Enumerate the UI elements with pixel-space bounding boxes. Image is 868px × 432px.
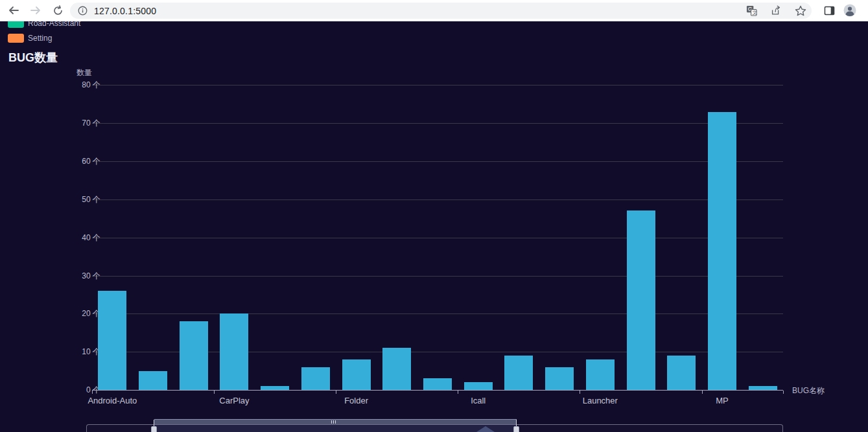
- legend-item-road-assistant[interactable]: Road-Assistant: [8, 21, 80, 28]
- x-axis-category-label: Android-Auto: [70, 396, 154, 405]
- x-axis-tick: [702, 391, 703, 394]
- datazoom-window[interactable]: [154, 424, 517, 432]
- bar[interactable]: [464, 382, 493, 390]
- bar[interactable]: [586, 359, 615, 390]
- bar[interactable]: [301, 367, 330, 390]
- bar[interactable]: [220, 313, 248, 390]
- bar[interactable]: [98, 291, 126, 390]
- browser-toolbar: 127.0.0.1:5000 G 文: [0, 0, 868, 21]
- legend-label: Road-Assistant: [28, 21, 80, 28]
- y-gridline: [92, 161, 783, 162]
- y-axis-tick-label: 80 个: [39, 80, 100, 91]
- x-axis-line: [92, 390, 783, 391]
- y-axis-tick-label: 40 个: [39, 233, 100, 244]
- bar[interactable]: [382, 348, 411, 390]
- x-axis-tick: [580, 391, 580, 394]
- reload-icon[interactable]: [51, 3, 65, 17]
- bar[interactable]: [545, 367, 574, 390]
- bar[interactable]: [504, 356, 533, 390]
- datazoom-right-handle[interactable]: [513, 426, 519, 432]
- x-axis-tick: [783, 391, 784, 394]
- x-axis-category-label: Icall: [436, 396, 521, 405]
- legend-label: Setting: [28, 34, 52, 43]
- legend-item-setting[interactable]: Setting: [8, 34, 52, 43]
- bookmark-star-icon[interactable]: [795, 5, 806, 17]
- y-axis-tick-label: 60 个: [39, 156, 100, 167]
- y-axis-tick-label: 30 个: [39, 271, 100, 282]
- y-axis-tick-label: 50 个: [39, 194, 100, 205]
- y-gridline: [92, 199, 783, 200]
- bar[interactable]: [627, 210, 655, 390]
- chart-page: Road-Assistant Setting BUG数量 数量 BUG名称 0 …: [0, 21, 868, 432]
- datazoom-grip-icon[interactable]: [331, 420, 336, 424]
- y-gridline: [92, 238, 783, 238]
- x-axis-tick: [92, 391, 93, 394]
- y-gridline: [92, 276, 783, 277]
- forward-icon[interactable]: [29, 3, 43, 17]
- y-axis-tick-label: 10 个: [39, 347, 100, 358]
- y-axis-tick-label: 20 个: [39, 308, 100, 319]
- page-info-icon[interactable]: [78, 6, 88, 16]
- y-axis-name: 数量: [65, 67, 104, 78]
- datazoom-left-handle-stem: [154, 420, 154, 426]
- url-text[interactable]: 127.0.0.1:5000: [94, 6, 156, 16]
- svg-text:文: 文: [752, 10, 757, 16]
- y-gridline: [92, 313, 783, 314]
- x-axis-category-label: Folder: [314, 396, 399, 405]
- y-gridline: [92, 85, 783, 85]
- side-panel-icon[interactable]: [822, 3, 836, 17]
- x-axis-name: BUG名称: [792, 385, 825, 396]
- chart-title: BUG数量: [8, 50, 58, 65]
- bar[interactable]: [749, 386, 777, 390]
- y-gridline: [92, 123, 783, 124]
- bar[interactable]: [180, 321, 208, 390]
- datazoom-right-handle-stem: [516, 420, 517, 426]
- x-axis-category-label: CarPlay: [192, 396, 276, 405]
- profile-avatar[interactable]: [843, 3, 857, 17]
- x-axis-category-label: MP: [680, 396, 764, 405]
- legend-swatch-road-assistant: [8, 21, 24, 28]
- datazoom-left-handle[interactable]: [151, 426, 157, 432]
- bar[interactable]: [261, 386, 289, 390]
- bar[interactable]: [342, 359, 371, 390]
- share-icon[interactable]: [770, 5, 782, 16]
- x-axis-tick: [214, 391, 215, 394]
- y-axis-tick-label: 0 个: [39, 385, 100, 396]
- bar[interactable]: [708, 112, 736, 390]
- url-bar[interactable]: 127.0.0.1:5000 G 文: [70, 3, 812, 19]
- legend-swatch-setting: [8, 34, 24, 43]
- back-icon[interactable]: [6, 3, 21, 17]
- bar[interactable]: [423, 378, 452, 390]
- y-axis-tick-label: 70 个: [39, 118, 100, 129]
- x-axis-category-label: Launcher: [558, 396, 642, 405]
- bar[interactable]: [667, 356, 696, 390]
- bar[interactable]: [139, 371, 167, 390]
- x-axis-tick: [458, 391, 458, 394]
- translate-icon[interactable]: G 文: [746, 5, 757, 16]
- x-axis-tick: [336, 391, 336, 394]
